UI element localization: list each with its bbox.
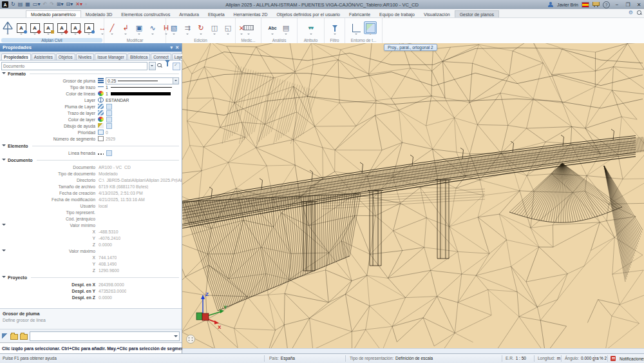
- mirror-icon[interactable]: [209, 22, 220, 34]
- match-properties-icon[interactable]: [2, 333, 8, 340]
- modify-points-icon[interactable]: [133, 22, 145, 34]
- row-valor-minimo[interactable]: Valor mínimo: [0, 222, 182, 228]
- wireframe-drawing[interactable]: Z Y X: [182, 43, 644, 349]
- status-notifications[interactable]: Notificaciones: [611, 356, 644, 361]
- status-angle[interactable]: Ángulo:0.000 gra: [565, 356, 599, 360]
- spline-icon[interactable]: [147, 22, 158, 34]
- minimize-button[interactable]: [613, 2, 621, 8]
- palette-close-icon[interactable]: [175, 45, 179, 50]
- navigation-sphere-icon[interactable]: [187, 335, 195, 344]
- rotate-icon[interactable]: [195, 22, 207, 34]
- alignment-icon[interactable]: [15, 22, 27, 34]
- status-representation[interactable]: Tipo de representación:Definición de esc…: [350, 356, 433, 360]
- viewport-3d[interactable]: Z Y X Proy., paral., ortogonal 2: [182, 43, 644, 353]
- tab-fabricante[interactable]: Fabricante: [345, 11, 375, 17]
- new-window-icon[interactable]: [57, 1, 64, 8]
- ruler-icon[interactable]: [243, 22, 254, 34]
- window-layout-icon[interactable]: [66, 1, 73, 8]
- section-proyecto[interactable]: Proyecto: [0, 273, 182, 281]
- status-pen-field[interactable]: % 2: [598, 356, 607, 360]
- tab-gestor-de-planos[interactable]: Gestor de planos: [455, 10, 499, 17]
- profile-icon[interactable]: [29, 22, 41, 34]
- dibujo-de-ayuda-checkbox[interactable]: [106, 123, 112, 129]
- collapse-arrow-icon[interactable]: [2, 159, 6, 162]
- tab-elementos-constructivos[interactable]: Elementos constructivos: [117, 11, 175, 17]
- undo-icon[interactable]: [43, 1, 47, 8]
- palette-pin-icon[interactable]: [171, 45, 173, 50]
- filter-funnel-small-icon[interactable]: [165, 63, 171, 70]
- palette-header[interactable]: Propiedades: [0, 43, 182, 52]
- pin-icon[interactable]: [85, 1, 87, 8]
- palette-tab-objetos[interactable]: Objetos: [56, 54, 75, 60]
- collapse-arrow-icon[interactable]: [2, 250, 6, 253]
- allplan-civil-icon[interactable]: [2, 22, 14, 34]
- line-color-swatch[interactable]: [111, 92, 171, 95]
- section-documento[interactable]: Documento: [0, 156, 182, 164]
- apply-checkbox-icon[interactable]: [173, 63, 180, 70]
- palette-tab-issue-manager[interactable]: Issue Manager: [95, 54, 127, 60]
- palette-tab-asistentes[interactable]: Asistentes: [32, 54, 55, 60]
- favorites-combo[interactable]: [30, 331, 180, 341]
- country-flag-icon[interactable]: [582, 2, 589, 8]
- palette-tab-connect[interactable]: Connect: [151, 54, 171, 60]
- redo-icon[interactable]: [50, 1, 54, 8]
- collapse-arrow-icon[interactable]: [2, 276, 6, 280]
- tab-modelado-parametrico[interactable]: Modelado paramétrico: [26, 10, 81, 17]
- shop-cart-icon[interactable]: [592, 2, 600, 6]
- horizontal-scrollbar[interactable]: [182, 348, 644, 353]
- user-name[interactable]: Javier Brin: [557, 3, 578, 7]
- resize-icon[interactable]: [222, 22, 234, 34]
- section-elemento[interactable]: Elemento: [0, 142, 182, 150]
- favorite-open-icon[interactable]: [10, 334, 18, 340]
- report-icon[interactable]: [280, 22, 292, 34]
- pen-thickness-combo[interactable]: 0.25: [106, 77, 179, 84]
- tab-objetos-definidos[interactable]: Objetos definidos por el usuario: [272, 11, 345, 17]
- settings-gear-icon[interactable]: [629, 10, 633, 15]
- palette-tab-niveles[interactable]: Niveles: [76, 54, 95, 60]
- spacing-icon[interactable]: [182, 22, 193, 34]
- tab-equipo-de-trabajo[interactable]: Equipo de trabajo: [375, 11, 419, 17]
- collapse-arrow-icon[interactable]: [2, 144, 6, 148]
- edit-pen-icon[interactable]: [106, 22, 118, 34]
- stretch-icon[interactable]: [120, 22, 131, 34]
- favorite-save-icon[interactable]: [20, 334, 28, 340]
- task-board-icon[interactable]: [18, 1, 23, 8]
- export-istram-icon[interactable]: [70, 22, 81, 34]
- tab-armadura[interactable]: Armadura: [175, 11, 204, 17]
- restore-button[interactable]: [624, 2, 632, 8]
- close-file-icon[interactable]: [75, 1, 82, 8]
- attributes-icon[interactable]: [305, 22, 317, 34]
- collapse-arrow-icon[interactable]: [2, 72, 6, 76]
- status-country[interactable]: País:España: [269, 356, 295, 360]
- projection-button[interactable]: Proy., paral., ortogonal 2: [384, 44, 437, 51]
- sync-icon[interactable]: [11, 1, 15, 8]
- status-length-unit[interactable]: Longitud:m: [538, 356, 560, 360]
- search-icon[interactable]: [637, 10, 641, 15]
- tab-etiqueta[interactable]: Etiqueta: [204, 11, 229, 17]
- help-icon[interactable]: [603, 1, 610, 8]
- collapse-arrow-icon[interactable]: [2, 224, 6, 228]
- allplan-menu-icon[interactable]: [2, 1, 8, 8]
- linea-frenada-checkbox[interactable]: [106, 150, 112, 156]
- status-scale[interactable]: E.R.1 : 50: [506, 356, 526, 360]
- trazo-de-layer-checkbox[interactable]: [106, 110, 112, 116]
- copy-icon[interactable]: [168, 22, 180, 34]
- user-account-icon[interactable]: [548, 2, 554, 8]
- import-istram-icon[interactable]: [56, 22, 68, 34]
- color-de-layer-checkbox[interactable]: [106, 117, 112, 123]
- axes-icon[interactable]: [350, 22, 362, 34]
- edit-document-icon[interactable]: [33, 1, 41, 8]
- tab-visualizacion[interactable]: Visualización: [419, 11, 455, 17]
- abc-icon[interactable]: Abc: [267, 22, 278, 34]
- palette-tab-propiedades[interactable]: Propiedades: [1, 54, 31, 60]
- save-icon[interactable]: [25, 1, 30, 8]
- tab-modelado-3d[interactable]: Modelado 3D: [81, 11, 117, 17]
- search-pen-icon[interactable]: [157, 63, 164, 70]
- filter-funnel-icon[interactable]: [329, 22, 341, 34]
- workspace-icon[interactable]: [364, 21, 377, 34]
- combo-caret-icon[interactable]: [173, 78, 178, 84]
- pluma-de-layer-checkbox[interactable]: [106, 104, 112, 110]
- section-formato[interactable]: Formato: [0, 70, 182, 77]
- row-valor-maximo[interactable]: Valor máximo: [0, 248, 182, 254]
- drawing-file-icon[interactable]: [83, 22, 95, 34]
